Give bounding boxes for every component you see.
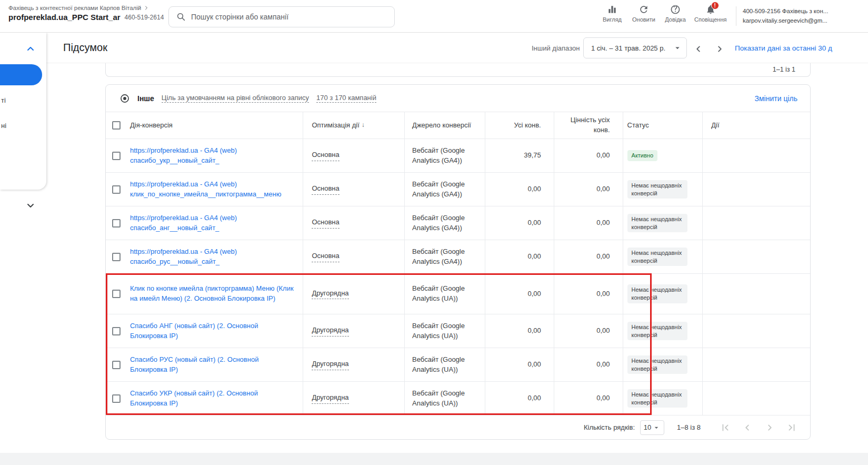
select-all-checkbox[interactable]: [112, 121, 121, 130]
goal-header: Інше Ціль за умовчанням на рівні обліков…: [106, 85, 810, 112]
help-button[interactable]: Довідка: [660, 4, 691, 23]
table-row: https://profpereklad.ua - GA4 (web) спас…: [106, 206, 810, 240]
pagination-range: 1–8 із 8: [677, 423, 701, 431]
conversions-value: 0,00: [596, 252, 610, 262]
conversion-action-link[interactable]: https://profpereklad.ua - GA4 (web) спас…: [130, 213, 294, 233]
conversions-value: 0,00: [596, 184, 610, 194]
date-range-label: Інший діапазон: [532, 44, 580, 52]
conversions-value: 0,00: [596, 326, 610, 336]
table-row: https://profpereklad.ua - GA4 (web) спас…: [106, 240, 810, 273]
status-badge: Немає нещодавніх конверсій: [627, 389, 687, 408]
optimization-setting[interactable]: Основна: [312, 150, 339, 161]
conversion-action-link[interactable]: Спасибо АНГ (новый сайт) (2. Основной Бл…: [130, 321, 294, 341]
conversion-source: Вебсайт (Google Analytics (GA4)): [412, 247, 477, 267]
column-header-source[interactable]: Джерело конверсії: [404, 112, 485, 138]
page-bottom-strip: [0, 453, 868, 465]
all-conversions-value: 0,00: [527, 184, 541, 194]
conversion-action-link[interactable]: Спасибо РУС (новый сайт) (2. Основной Бл…: [130, 355, 294, 375]
chevron-up-icon[interactable]: [24, 43, 37, 55]
previous-table-pagination: 1–1 із 1: [773, 66, 795, 73]
conversions-value: 0,00: [596, 151, 610, 161]
sidebar-item-selected[interactable]: [0, 64, 42, 85]
account-name[interactable]: profpereklad.ua_PPC Start_ar: [8, 13, 121, 22]
optimization-setting[interactable]: Основна: [312, 184, 339, 195]
sidebar-item-label[interactable]: ті: [1, 96, 6, 104]
conversion-action-link[interactable]: https://profpereklad.ua - GA4 (web) спас…: [130, 247, 294, 267]
breadcrumb[interactable]: Фахівець з контекстної реклами Карпов Ві…: [8, 5, 141, 11]
search-input[interactable]: [191, 13, 387, 21]
previous-period-button[interactable]: [691, 42, 706, 56]
row-checkbox[interactable]: [112, 185, 121, 194]
optimization-setting[interactable]: Основна: [312, 251, 339, 262]
date-range-selector[interactable]: 1 січ. – 31 трав. 2025 р.: [583, 37, 687, 58]
highlighted-rows-group: Клик по кнопке имейла (пикторграмма) Мен…: [106, 273, 810, 415]
row-checkbox[interactable]: [112, 253, 121, 261]
row-checkbox[interactable]: [112, 327, 121, 335]
optimization-setting[interactable]: Другорядна: [312, 393, 348, 404]
row-checkbox[interactable]: [112, 394, 121, 403]
first-page-button[interactable]: [719, 421, 732, 434]
goal-description[interactable]: Ціль за умовчанням на рівні облікового з…: [162, 94, 309, 103]
conversion-source: Вебсайт (Google Analytics (UA)): [412, 389, 477, 409]
caret-down-icon: [673, 43, 682, 53]
conversion-source: Вебсайт (Google Analytics (GA4)): [412, 146, 477, 166]
conversions-table-card: Інше Ціль за умовчанням на рівні обліков…: [105, 84, 811, 440]
account-id: 460-519-2614: [125, 14, 164, 21]
row-checkbox[interactable]: [112, 152, 121, 160]
actions-cell: [702, 173, 810, 206]
actions-cell: [702, 382, 810, 415]
show-last-30-days-link[interactable]: Показати дані за останні 30 д: [735, 44, 832, 52]
status-badge: Немає нещодавніх конверсій: [627, 180, 687, 199]
next-page-button[interactable]: [763, 421, 776, 434]
table-row: Клик по кнопке имейла (пикторграмма) Мен…: [106, 273, 810, 314]
conversion-action-link[interactable]: https://profpereklad.ua - GA4 (web) клик…: [130, 180, 294, 200]
last-page-button[interactable]: [785, 421, 798, 434]
status-badge: Немає нещодавніх конверсій: [627, 284, 687, 303]
chart-icon: [607, 4, 617, 15]
profile-menu[interactable]: 400-509-2156 Фахівець з кон... karpov.vi…: [736, 6, 868, 26]
optimization-setting[interactable]: Другорядна: [312, 359, 348, 370]
optimization-setting[interactable]: Другорядна: [312, 325, 348, 337]
chevron-right-icon: [143, 5, 149, 11]
all-conversions-value: 0,00: [527, 393, 541, 403]
conversion-action-link[interactable]: Клик по кнопке имейла (пикторграмма) Мен…: [130, 284, 294, 304]
goal-campaigns-count[interactable]: 170 з 170 кампаній: [316, 94, 376, 103]
table-footer: Кількість рядків: 10 1–8 із 8: [106, 415, 810, 439]
account-switcher[interactable]: Фахівець з контекстної реклами Карпов Ві…: [8, 5, 176, 22]
previous-table-footer: 1–1 із 1: [105, 62, 811, 77]
row-checkbox[interactable]: [112, 361, 121, 369]
column-header-all-conv[interactable]: Усі конв.: [485, 112, 554, 138]
change-goal-link[interactable]: Змінити ціль: [755, 94, 797, 103]
notifications-button[interactable]: ! Сповіщення: [691, 4, 730, 23]
all-conversions-value: 0,00: [527, 252, 541, 262]
conversion-source: Вебсайт (Google Analytics (GA4)): [412, 180, 477, 200]
profile-account-line: 400-509-2156 Фахівець з кон...: [743, 6, 868, 16]
refresh-button[interactable]: Оновити: [628, 4, 660, 23]
status-badge: Немає нещодавніх конверсій: [627, 355, 687, 374]
row-checkbox[interactable]: [112, 290, 121, 298]
optimization-setting[interactable]: Основна: [312, 217, 339, 229]
sidebar-item-label[interactable]: ні: [1, 122, 6, 130]
conversion-action-link[interactable]: https://profpereklad.ua - GA4 (web) спас…: [130, 146, 294, 166]
refresh-icon: [638, 4, 649, 15]
conversion-action-link[interactable]: Спасибо УКР (новый сайт) (2. Основной Бл…: [130, 389, 294, 409]
table-row: https://profpereklad.ua - GA4 (web) спас…: [106, 138, 810, 172]
search-box[interactable]: [168, 6, 395, 27]
caret-down-icon: [652, 423, 661, 432]
column-header-actions[interactable]: Дії: [702, 112, 810, 138]
table-row: Спасибо РУС (новый сайт) (2. Основной Бл…: [106, 348, 810, 381]
column-header-value[interactable]: Цінність усіх конв.: [554, 112, 623, 138]
next-period-button[interactable]: [712, 42, 727, 56]
rows-per-page-value: 10: [644, 423, 651, 431]
optimization-setting[interactable]: Другорядна: [312, 289, 348, 300]
chevron-down-icon[interactable]: [24, 199, 37, 212]
column-header-optimization[interactable]: Оптимізація дії↓: [303, 112, 404, 138]
column-header-action[interactable]: Дія-конверсія: [127, 112, 303, 138]
column-header-status[interactable]: Статус: [623, 112, 703, 138]
row-checkbox[interactable]: [112, 219, 121, 227]
conversion-source: Вебсайт (Google Analytics (UA)): [412, 321, 477, 341]
rows-per-page-select[interactable]: 10: [640, 420, 664, 435]
previous-page-button[interactable]: [741, 421, 754, 434]
view-button[interactable]: Вигляд: [596, 4, 628, 23]
conversion-source: Вебсайт (Google Analytics (UA)): [412, 355, 477, 375]
